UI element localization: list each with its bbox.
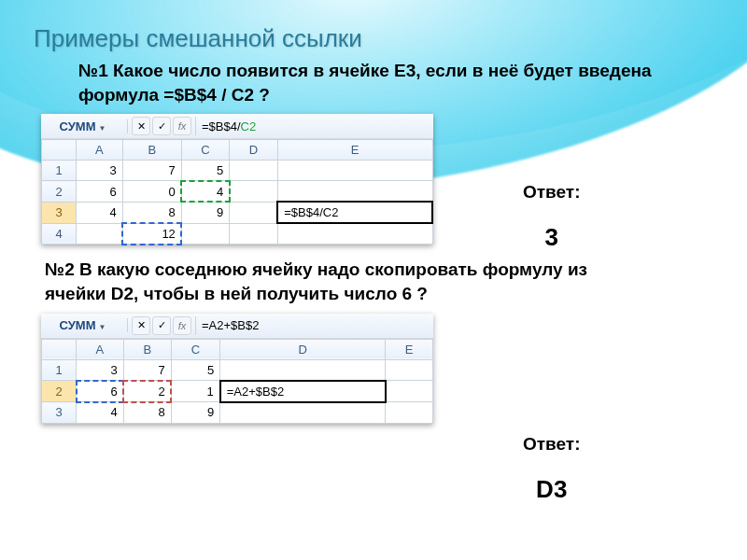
cell[interactable]: [230, 181, 277, 203]
col-D[interactable]: D: [230, 140, 277, 161]
question-1: №1 Какое число появится в ячейке E3, есл…: [78, 59, 676, 106]
row-1[interactable]: 1: [42, 359, 77, 381]
cell[interactable]: 4: [77, 202, 123, 223]
cell[interactable]: [277, 161, 432, 181]
cell[interactable]: [277, 181, 432, 203]
row-3[interactable]: 3: [42, 402, 77, 424]
cell[interactable]: 9: [171, 402, 220, 424]
cell[interactable]: [77, 223, 123, 245]
enter-icon[interactable]: ✓: [152, 316, 171, 335]
answer-2-value: D3: [523, 475, 580, 504]
col-B[interactable]: B: [123, 339, 171, 359]
row-2[interactable]: 2: [42, 381, 77, 402]
row-4[interactable]: 4: [42, 223, 77, 245]
cell[interactable]: [230, 202, 277, 223]
cell-C2[interactable]: 4: [181, 181, 229, 203]
formula-bar[interactable]: =$B$4/C2: [196, 119, 433, 133]
cell[interactable]: 9: [181, 202, 229, 223]
question-2: №2 В какую соседнюю ячейку надо скопиров…: [45, 258, 642, 305]
cancel-icon[interactable]: ✕: [132, 316, 150, 335]
chevron-down-icon: ▼: [95, 323, 108, 331]
col-C[interactable]: C: [181, 140, 229, 161]
row-3[interactable]: 3: [42, 202, 77, 223]
spreadsheet-1: СУММ▼ ✕ ✓ fx =$B$4/C2 A B C D E 1 3: [41, 114, 433, 245]
fx-icon[interactable]: fx: [173, 117, 191, 135]
answer-1-label: Ответ:: [523, 182, 580, 203]
col-D[interactable]: D: [220, 339, 386, 359]
formula-bar[interactable]: =A2+$B$2: [196, 318, 433, 332]
cell[interactable]: 5: [181, 161, 229, 181]
cell[interactable]: 8: [123, 402, 171, 424]
cell-E3-formula[interactable]: =$B$4/C2: [277, 202, 432, 223]
cell[interactable]: [230, 223, 277, 245]
cell[interactable]: 4: [77, 402, 124, 424]
col-B[interactable]: B: [122, 140, 181, 161]
cell[interactable]: [386, 402, 433, 424]
select-all[interactable]: [42, 140, 77, 161]
cell-B2[interactable]: 2: [123, 381, 171, 402]
cell[interactable]: [230, 161, 277, 181]
cell[interactable]: 1: [171, 381, 220, 402]
cell[interactable]: 3: [77, 359, 124, 381]
col-A[interactable]: A: [77, 339, 124, 359]
cell[interactable]: 0: [122, 181, 181, 203]
cell-B4[interactable]: 12: [122, 223, 181, 245]
col-E[interactable]: E: [386, 339, 433, 359]
col-C[interactable]: C: [171, 339, 220, 359]
cell[interactable]: 7: [123, 359, 171, 381]
answer-2-label: Ответ:: [523, 434, 580, 455]
name-box[interactable]: СУММ▼: [41, 119, 128, 133]
cell[interactable]: [181, 223, 229, 245]
row-2[interactable]: 2: [42, 181, 77, 203]
chevron-down-icon: ▼: [95, 124, 108, 133]
cell[interactable]: 3: [77, 161, 123, 181]
cell[interactable]: [220, 402, 386, 424]
cell[interactable]: [386, 381, 433, 402]
name-box[interactable]: СУММ▼: [41, 318, 128, 332]
cell-D2-formula[interactable]: =A2+$B$2: [220, 381, 386, 402]
cell[interactable]: 6: [77, 181, 123, 203]
grid-2[interactable]: A B C D E 1 3 7 5 2 6 2 1 =A2+$B$2: [41, 339, 433, 424]
cell[interactable]: [386, 359, 433, 381]
spreadsheet-2: СУММ▼ ✕ ✓ fx =A2+$B$2 A B C D E 1 3: [41, 314, 433, 424]
cell[interactable]: 5: [171, 359, 220, 381]
select-all[interactable]: [42, 339, 77, 359]
cancel-icon[interactable]: ✕: [132, 117, 150, 135]
answer-1-value: 3: [523, 223, 580, 252]
grid-1[interactable]: A B C D E 1 3 7 5 2 6 0 4: [41, 139, 433, 245]
fx-icon[interactable]: fx: [173, 316, 191, 335]
enter-icon[interactable]: ✓: [152, 117, 171, 135]
cell-A2[interactable]: 6: [77, 381, 124, 402]
col-A[interactable]: A: [77, 140, 123, 161]
slide-title: Примеры смешанной ссылки: [34, 24, 713, 53]
cell[interactable]: 7: [122, 161, 181, 181]
col-E[interactable]: E: [277, 140, 432, 161]
row-1[interactable]: 1: [42, 161, 77, 181]
cell[interactable]: 8: [122, 202, 181, 223]
cell[interactable]: [277, 223, 432, 245]
cell[interactable]: [220, 359, 386, 381]
